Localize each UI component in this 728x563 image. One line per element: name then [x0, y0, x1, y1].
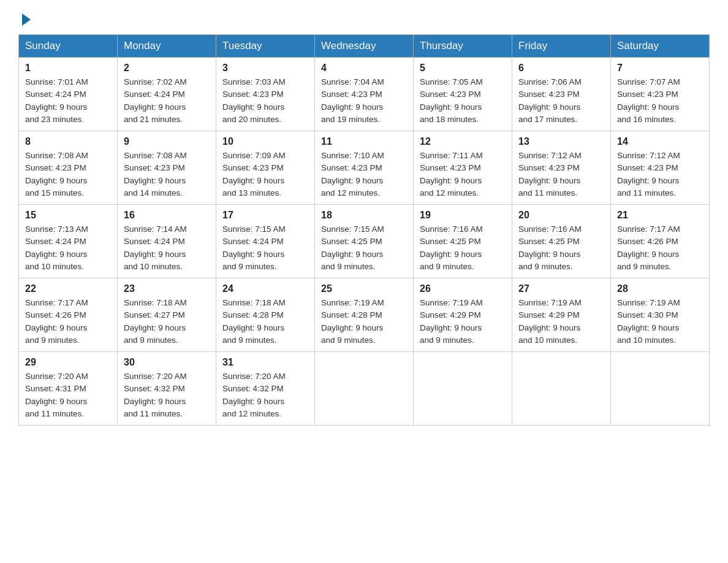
- day-number: 11: [321, 136, 407, 147]
- day-info: Sunrise: 7:13 AM Sunset: 4:24 PM Dayligh…: [25, 223, 111, 273]
- day-info: Sunrise: 7:17 AM Sunset: 4:26 PM Dayligh…: [617, 223, 703, 273]
- week-row-5: 29 Sunrise: 7:20 AM Sunset: 4:31 PM Dayl…: [19, 352, 710, 426]
- day-number: 26: [420, 283, 506, 294]
- calendar-cell: 14 Sunrise: 7:12 AM Sunset: 4:23 PM Dayl…: [611, 131, 710, 205]
- day-number: 28: [617, 283, 703, 294]
- calendar-cell: 3 Sunrise: 7:03 AM Sunset: 4:23 PM Dayli…: [216, 58, 315, 131]
- week-row-1: 1 Sunrise: 7:01 AM Sunset: 4:24 PM Dayli…: [19, 58, 710, 131]
- day-number: 12: [420, 136, 506, 147]
- calendar-cell: [315, 352, 414, 426]
- calendar-cell: 26 Sunrise: 7:19 AM Sunset: 4:29 PM Dayl…: [414, 278, 512, 352]
- calendar-cell: 8 Sunrise: 7:08 AM Sunset: 4:23 PM Dayli…: [19, 131, 118, 205]
- calendar-cell: 27 Sunrise: 7:19 AM Sunset: 4:29 PM Dayl…: [512, 278, 611, 352]
- day-number: 16: [124, 210, 210, 221]
- day-number: 1: [25, 63, 111, 74]
- day-info: Sunrise: 7:18 AM Sunset: 4:28 PM Dayligh…: [222, 297, 308, 347]
- day-number: 17: [222, 210, 308, 221]
- weekday-header-sunday: Sunday: [19, 35, 118, 58]
- calendar-cell: 11 Sunrise: 7:10 AM Sunset: 4:23 PM Dayl…: [315, 131, 414, 205]
- day-info: Sunrise: 7:08 AM Sunset: 4:23 PM Dayligh…: [25, 150, 111, 199]
- day-info: Sunrise: 7:12 AM Sunset: 4:23 PM Dayligh…: [518, 150, 604, 199]
- day-number: 23: [124, 283, 210, 294]
- weekday-header-tuesday: Tuesday: [216, 35, 315, 58]
- logo: [18, 12, 31, 25]
- day-info: Sunrise: 7:18 AM Sunset: 4:27 PM Dayligh…: [124, 297, 210, 347]
- calendar-cell: 23 Sunrise: 7:18 AM Sunset: 4:27 PM Dayl…: [118, 278, 216, 352]
- weekday-header-row: SundayMondayTuesdayWednesdayThursdayFrid…: [19, 35, 710, 58]
- day-number: 15: [25, 210, 111, 221]
- calendar-cell: 18 Sunrise: 7:15 AM Sunset: 4:25 PM Dayl…: [315, 205, 414, 278]
- day-info: Sunrise: 7:17 AM Sunset: 4:26 PM Dayligh…: [25, 297, 111, 347]
- calendar-cell: 28 Sunrise: 7:19 AM Sunset: 4:30 PM Dayl…: [611, 278, 710, 352]
- calendar-cell: [611, 352, 710, 426]
- calendar-cell: 29 Sunrise: 7:20 AM Sunset: 4:31 PM Dayl…: [19, 352, 118, 426]
- calendar-table: SundayMondayTuesdayWednesdayThursdayFrid…: [18, 34, 710, 426]
- calendar-cell: 2 Sunrise: 7:02 AM Sunset: 4:24 PM Dayli…: [118, 58, 216, 131]
- day-info: Sunrise: 7:20 AM Sunset: 4:32 PM Dayligh…: [222, 370, 308, 420]
- day-number: 4: [321, 63, 407, 74]
- week-row-2: 8 Sunrise: 7:08 AM Sunset: 4:23 PM Dayli…: [19, 131, 710, 205]
- calendar-cell: 16 Sunrise: 7:14 AM Sunset: 4:24 PM Dayl…: [118, 205, 216, 278]
- day-info: Sunrise: 7:19 AM Sunset: 4:30 PM Dayligh…: [617, 297, 703, 347]
- day-info: Sunrise: 7:08 AM Sunset: 4:23 PM Dayligh…: [124, 150, 210, 199]
- day-number: 31: [222, 357, 308, 368]
- page-header: [18, 12, 710, 25]
- weekday-header-wednesday: Wednesday: [315, 35, 414, 58]
- calendar-cell: 6 Sunrise: 7:06 AM Sunset: 4:23 PM Dayli…: [512, 58, 611, 131]
- calendar-cell: 21 Sunrise: 7:17 AM Sunset: 4:26 PM Dayl…: [611, 205, 710, 278]
- day-info: Sunrise: 7:03 AM Sunset: 4:23 PM Dayligh…: [222, 76, 308, 126]
- day-info: Sunrise: 7:01 AM Sunset: 4:24 PM Dayligh…: [25, 76, 111, 126]
- calendar-cell: 15 Sunrise: 7:13 AM Sunset: 4:24 PM Dayl…: [19, 205, 118, 278]
- day-info: Sunrise: 7:11 AM Sunset: 4:23 PM Dayligh…: [420, 150, 506, 199]
- day-number: 13: [518, 136, 604, 147]
- day-number: 10: [222, 136, 308, 147]
- calendar-cell: 24 Sunrise: 7:18 AM Sunset: 4:28 PM Dayl…: [216, 278, 315, 352]
- calendar-cell: 25 Sunrise: 7:19 AM Sunset: 4:28 PM Dayl…: [315, 278, 414, 352]
- day-info: Sunrise: 7:02 AM Sunset: 4:24 PM Dayligh…: [124, 76, 210, 126]
- calendar-cell: 30 Sunrise: 7:20 AM Sunset: 4:32 PM Dayl…: [118, 352, 216, 426]
- day-number: 27: [518, 283, 604, 294]
- week-row-4: 22 Sunrise: 7:17 AM Sunset: 4:26 PM Dayl…: [19, 278, 710, 352]
- day-info: Sunrise: 7:20 AM Sunset: 4:31 PM Dayligh…: [25, 370, 111, 420]
- day-number: 29: [25, 357, 111, 368]
- day-number: 18: [321, 210, 407, 221]
- calendar-cell: 20 Sunrise: 7:16 AM Sunset: 4:25 PM Dayl…: [512, 205, 611, 278]
- day-info: Sunrise: 7:16 AM Sunset: 4:25 PM Dayligh…: [420, 223, 506, 273]
- day-number: 3: [222, 63, 308, 74]
- logo-arrow-icon: [22, 13, 31, 26]
- day-number: 6: [518, 63, 604, 74]
- weekday-header-saturday: Saturday: [611, 35, 710, 58]
- day-info: Sunrise: 7:15 AM Sunset: 4:25 PM Dayligh…: [321, 223, 407, 273]
- day-number: 25: [321, 283, 407, 294]
- calendar-cell: 19 Sunrise: 7:16 AM Sunset: 4:25 PM Dayl…: [414, 205, 512, 278]
- calendar-cell: 17 Sunrise: 7:15 AM Sunset: 4:24 PM Dayl…: [216, 205, 315, 278]
- day-number: 9: [124, 136, 210, 147]
- day-info: Sunrise: 7:12 AM Sunset: 4:23 PM Dayligh…: [617, 150, 703, 199]
- weekday-header-friday: Friday: [512, 35, 611, 58]
- day-number: 7: [617, 63, 703, 74]
- day-info: Sunrise: 7:05 AM Sunset: 4:23 PM Dayligh…: [420, 76, 506, 126]
- calendar-cell: [414, 352, 512, 426]
- day-info: Sunrise: 7:15 AM Sunset: 4:24 PM Dayligh…: [222, 223, 308, 273]
- day-number: 20: [518, 210, 604, 221]
- day-info: Sunrise: 7:10 AM Sunset: 4:23 PM Dayligh…: [321, 150, 407, 199]
- day-number: 19: [420, 210, 506, 221]
- day-info: Sunrise: 7:19 AM Sunset: 4:28 PM Dayligh…: [321, 297, 407, 347]
- calendar-cell: 13 Sunrise: 7:12 AM Sunset: 4:23 PM Dayl…: [512, 131, 611, 205]
- day-info: Sunrise: 7:19 AM Sunset: 4:29 PM Dayligh…: [518, 297, 604, 347]
- day-info: Sunrise: 7:20 AM Sunset: 4:32 PM Dayligh…: [124, 370, 210, 420]
- day-info: Sunrise: 7:19 AM Sunset: 4:29 PM Dayligh…: [420, 297, 506, 347]
- day-info: Sunrise: 7:04 AM Sunset: 4:23 PM Dayligh…: [321, 76, 407, 126]
- week-row-3: 15 Sunrise: 7:13 AM Sunset: 4:24 PM Dayl…: [19, 205, 710, 278]
- calendar-cell: 1 Sunrise: 7:01 AM Sunset: 4:24 PM Dayli…: [19, 58, 118, 131]
- calendar-cell: 5 Sunrise: 7:05 AM Sunset: 4:23 PM Dayli…: [414, 58, 512, 131]
- calendar-cell: 7 Sunrise: 7:07 AM Sunset: 4:23 PM Dayli…: [611, 58, 710, 131]
- calendar-cell: [512, 352, 611, 426]
- calendar-cell: 12 Sunrise: 7:11 AM Sunset: 4:23 PM Dayl…: [414, 131, 512, 205]
- day-number: 5: [420, 63, 506, 74]
- day-number: 8: [25, 136, 111, 147]
- day-info: Sunrise: 7:14 AM Sunset: 4:24 PM Dayligh…: [124, 223, 210, 273]
- calendar-cell: 4 Sunrise: 7:04 AM Sunset: 4:23 PM Dayli…: [315, 58, 414, 131]
- weekday-header-monday: Monday: [118, 35, 216, 58]
- day-number: 30: [124, 357, 210, 368]
